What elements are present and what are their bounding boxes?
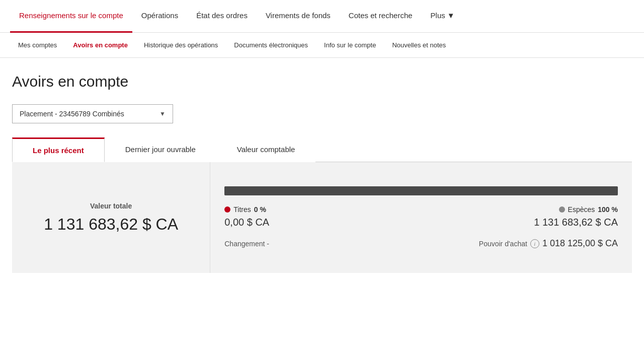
sub-nav-my-accounts[interactable]: Mes comptes — [10, 33, 65, 58]
sub-nav-news-notes[interactable]: Nouvelles et notes — [384, 33, 454, 58]
titres-amount: 0,00 $ CA — [224, 217, 269, 228]
titres-pct: 0 % — [254, 205, 266, 214]
allocation-panel: Titres 0 % 0,00 $ CA Espèces 100 % 1 131… — [210, 162, 632, 273]
allocation-bar-fill — [224, 186, 618, 195]
top-nav-quotes-research[interactable]: Cotes et recherche — [340, 0, 422, 33]
sub-navigation: Mes comptes Avoirs en compte Historique … — [0, 33, 644, 58]
total-value-amount: 1 131 683,62 $ CA — [44, 215, 178, 234]
account-dropdown-wrapper: Placement - 23456789 Combinés ▼ — [12, 104, 632, 123]
especes-amount: 1 131 683,62 $ CA — [534, 217, 618, 228]
top-nav-account-info[interactable]: Renseignements sur le compte — [10, 0, 132, 33]
top-navigation: Renseignements sur le compte Opérations … — [0, 0, 644, 33]
allocation-bar — [224, 186, 618, 195]
account-dropdown-value: Placement - 23456789 Combinés — [20, 110, 124, 118]
top-nav-operations[interactable]: Opérations — [132, 0, 187, 33]
stats-row: Titres 0 % 0,00 $ CA Espèces 100 % 1 131… — [224, 205, 618, 228]
tab-last-business-day[interactable]: Dernier jour ouvrable — [105, 137, 216, 162]
top-nav-more-label: Plus — [431, 11, 445, 20]
tab-most-recent[interactable]: Le plus récent — [12, 137, 105, 162]
view-tabs: Le plus récent Dernier jour ouvrable Val… — [12, 137, 632, 162]
tab-book-value[interactable]: Valeur comptable — [216, 137, 316, 162]
especes-pct: 100 % — [598, 205, 618, 214]
main-content: Avoirs en compte Placement - 23456789 Co… — [0, 58, 644, 283]
pouvoir-achat-label: Pouvoir d'achat — [479, 240, 527, 248]
sub-nav-account-holdings[interactable]: Avoirs en compte — [65, 33, 136, 58]
sub-nav-electronic-docs[interactable]: Documents électroniques — [226, 33, 316, 58]
chevron-down-icon: ▼ — [159, 110, 166, 117]
chevron-down-icon: ▼ — [447, 11, 455, 20]
changement-label: Changement - — [224, 240, 269, 248]
top-nav-fund-transfers[interactable]: Virements de fonds — [257, 0, 340, 33]
titres-label: Titres — [233, 205, 251, 214]
total-value-panel: Valeur totale 1 131 683,62 $ CA — [12, 162, 210, 273]
top-nav-order-status[interactable]: État des ordres — [187, 0, 257, 33]
info-icon[interactable]: i — [530, 239, 539, 248]
total-value-label: Valeur totale — [90, 202, 132, 210]
especes-stat: Espèces 100 % 1 131 683,62 $ CA — [534, 205, 618, 228]
page-title: Avoirs en compte — [12, 73, 632, 90]
account-dropdown[interactable]: Placement - 23456789 Combinés ▼ — [12, 104, 173, 123]
especes-dot — [559, 206, 565, 213]
pouvoir-achat-row: Pouvoir d'achat i 1 018 125,00 $ CA — [479, 238, 618, 249]
sub-nav-account-info[interactable]: Info sur le compte — [316, 33, 384, 58]
balance-section: Valeur totale 1 131 683,62 $ CA Titres 0… — [12, 162, 632, 273]
top-nav-more[interactable]: Plus ▼ — [422, 0, 464, 33]
especes-label: Espèces — [568, 205, 595, 214]
titres-dot — [224, 206, 230, 213]
bottom-stats-row: Changement - Pouvoir d'achat i 1 018 125… — [224, 238, 618, 249]
titres-stat: Titres 0 % 0,00 $ CA — [224, 205, 269, 228]
pouvoir-achat-amount: 1 018 125,00 $ CA — [542, 238, 618, 249]
sub-nav-operations-history[interactable]: Historique des opérations — [136, 33, 226, 58]
